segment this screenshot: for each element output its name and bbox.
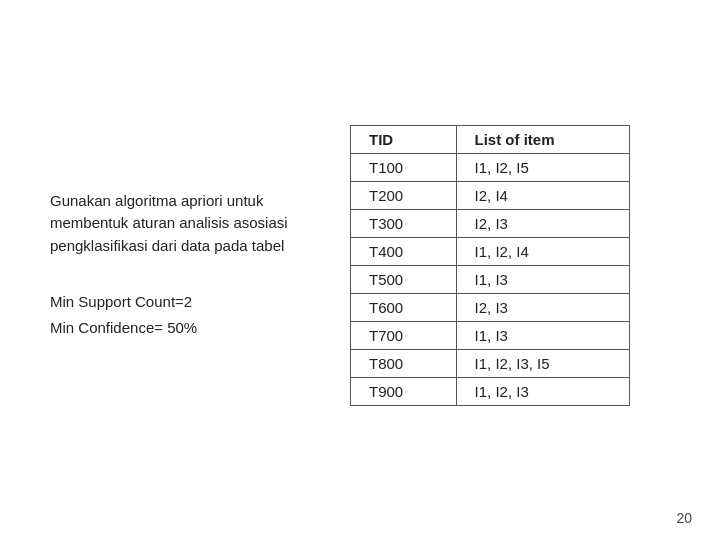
- items-cell: I2, I3: [456, 209, 629, 237]
- table-row: T700I1, I3: [351, 321, 630, 349]
- table-row: T200I2, I4: [351, 181, 630, 209]
- table-row: T500I1, I3: [351, 265, 630, 293]
- tid-cell: T400: [351, 237, 457, 265]
- left-panel: Gunakan algoritma apriori untuk membentu…: [50, 190, 310, 341]
- tid-cell: T800: [351, 349, 457, 377]
- items-cell: I1, I3: [456, 321, 629, 349]
- items-cell: I1, I2, I3, I5: [456, 349, 629, 377]
- page: Gunakan algoritma apriori untuk membentu…: [0, 0, 720, 540]
- metrics-block: Min Support Count=2 Min Confidence= 50%: [50, 289, 290, 340]
- tid-cell: T900: [351, 377, 457, 405]
- col-header-items: List of item: [456, 125, 629, 153]
- min-confidence-text: Min Confidence= 50%: [50, 315, 290, 341]
- items-cell: I2, I3: [456, 293, 629, 321]
- table-row: T100I1, I2, I5: [351, 153, 630, 181]
- table-row: T300I2, I3: [351, 209, 630, 237]
- table-row: T900I1, I2, I3: [351, 377, 630, 405]
- page-number: 20: [676, 510, 692, 526]
- tid-cell: T200: [351, 181, 457, 209]
- tid-cell: T700: [351, 321, 457, 349]
- tid-cell: T500: [351, 265, 457, 293]
- min-support-text: Min Support Count=2: [50, 289, 290, 315]
- tid-cell: T100: [351, 153, 457, 181]
- table-row: T600I2, I3: [351, 293, 630, 321]
- items-cell: I1, I2, I5: [456, 153, 629, 181]
- data-table: TID List of item T100I1, I2, I5T200I2, I…: [350, 125, 630, 406]
- items-cell: I2, I4: [456, 181, 629, 209]
- tid-cell: T300: [351, 209, 457, 237]
- table-row: T400I1, I2, I4: [351, 237, 630, 265]
- right-panel: TID List of item T100I1, I2, I5T200I2, I…: [310, 125, 670, 406]
- tid-cell: T600: [351, 293, 457, 321]
- items-cell: I1, I2, I4: [456, 237, 629, 265]
- table-row: T800I1, I2, I3, I5: [351, 349, 630, 377]
- description-text: Gunakan algoritma apriori untuk membentu…: [50, 190, 290, 258]
- col-header-tid: TID: [351, 125, 457, 153]
- items-cell: I1, I3: [456, 265, 629, 293]
- items-cell: I1, I2, I3: [456, 377, 629, 405]
